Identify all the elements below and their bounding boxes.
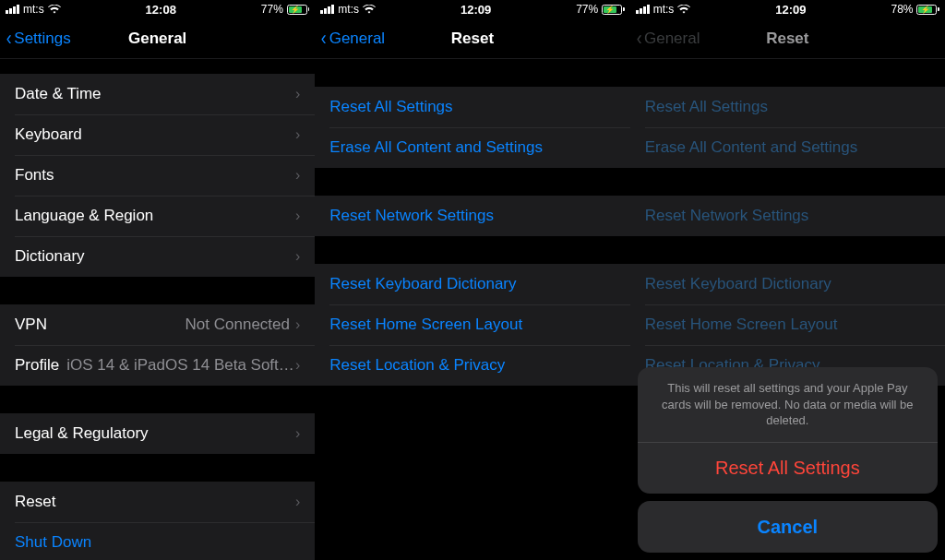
- back-button[interactable]: ‹ Settings: [0, 29, 71, 49]
- back-label: General: [644, 30, 700, 48]
- settings-group: Reset All Settings Erase All Content and…: [315, 87, 629, 168]
- chevron-left-icon: ‹: [636, 29, 641, 49]
- status-bar: mt:s 12:09 78% ⚡: [630, 0, 945, 18]
- row-vpn[interactable]: VPNNot Connected›: [0, 304, 315, 345]
- battery-percent-label: 77%: [261, 3, 283, 16]
- chevron-right-icon: ›: [295, 167, 300, 184]
- row-dictionary[interactable]: Dictionary›: [0, 236, 315, 277]
- settings-group: Reset› Shut Down: [0, 482, 315, 560]
- chevron-right-icon: ›: [295, 425, 300, 442]
- cellular-signal-icon: [320, 5, 334, 14]
- back-label: Settings: [14, 30, 70, 48]
- settings-group: VPNNot Connected› Profile iOS 14 & iPadO…: [0, 304, 315, 386]
- row-erase-all[interactable]: Erase All Content and Settings: [315, 127, 629, 168]
- settings-group: Date & Time› Keyboard› Fonts› Language &…: [0, 74, 315, 277]
- row-reset-location-privacy[interactable]: Reset Location & Privacy: [315, 345, 629, 386]
- vpn-status-label: Not Connected: [185, 316, 290, 334]
- back-button[interactable]: ‹ General: [315, 29, 385, 49]
- nav-bar: ‹ General Reset: [630, 18, 945, 59]
- chevron-right-icon: ›: [295, 357, 300, 374]
- settings-group: Reset Keyboard Dictionary Reset Home Scr…: [315, 264, 629, 386]
- row-keyboard[interactable]: Keyboard›: [0, 114, 315, 155]
- row-reset-home-layout: Reset Home Screen Layout: [630, 304, 945, 345]
- battery-icon: ⚡: [287, 5, 310, 15]
- row-erase-all: Erase All Content and Settings: [630, 127, 945, 168]
- chevron-left-icon: ‹: [321, 29, 327, 49]
- settings-group: Reset All Settings Erase All Content and…: [630, 87, 945, 168]
- clock-label: 12:08: [146, 3, 176, 17]
- screen-general: mt:s 12:08 77% ⚡ ‹ Settings General Date…: [0, 0, 315, 560]
- carrier-label: mt:s: [653, 3, 675, 16]
- profile-value: iOS 14 & iPadOS 14 Beta Softwar...: [66, 356, 295, 375]
- chevron-right-icon: ›: [295, 126, 300, 143]
- cellular-signal-icon: [636, 5, 650, 14]
- row-reset-network[interactable]: Reset Network Settings: [315, 196, 629, 236]
- nav-title: Reset: [766, 30, 808, 48]
- carrier-label: mt:s: [338, 3, 359, 16]
- chevron-right-icon: ›: [295, 316, 300, 333]
- row-date-time[interactable]: Date & Time›: [0, 74, 315, 114]
- back-label: General: [329, 30, 385, 48]
- row-reset-all-settings: Reset All Settings: [630, 87, 945, 127]
- row-reset-home-layout[interactable]: Reset Home Screen Layout: [315, 304, 629, 345]
- battery-icon: ⚡: [916, 5, 939, 15]
- status-bar: mt:s 12:08 77% ⚡: [0, 0, 315, 18]
- row-shut-down[interactable]: Shut Down: [0, 522, 315, 560]
- action-sheet-message: This will reset all settings and your Ap…: [638, 367, 938, 442]
- nav-title: General: [128, 30, 186, 48]
- action-sheet: This will reset all settings and your Ap…: [638, 367, 938, 553]
- row-fonts[interactable]: Fonts›: [0, 155, 315, 196]
- carrier-label: mt:s: [23, 3, 44, 16]
- row-reset-keyboard-dict[interactable]: Reset Keyboard Dictionary: [315, 264, 629, 304]
- settings-group: Reset Network Settings: [630, 196, 945, 236]
- row-profile[interactable]: Profile iOS 14 & iPadOS 14 Beta Softwar.…: [0, 345, 315, 386]
- clock-label: 12:09: [461, 3, 491, 17]
- screen-reset: mt:s 12:09 77% ⚡ ‹ General Reset Reset A…: [315, 0, 629, 560]
- clock-label: 12:09: [775, 3, 806, 17]
- row-legal[interactable]: Legal & Regulatory›: [0, 413, 315, 454]
- row-reset-keyboard-dict: Reset Keyboard Dictionary: [630, 264, 945, 304]
- screen-reset-confirm: mt:s 12:09 78% ⚡ ‹ General Reset Reset A…: [630, 0, 945, 560]
- nav-title: Reset: [451, 30, 494, 48]
- wifi-icon: [363, 5, 376, 14]
- row-language-region[interactable]: Language & Region›: [0, 196, 315, 236]
- row-reset-network: Reset Network Settings: [630, 196, 945, 236]
- nav-bar: ‹ Settings General: [0, 18, 315, 59]
- back-button: ‹ General: [630, 29, 700, 49]
- profile-label: Profile: [15, 356, 59, 375]
- battery-percent-label: 78%: [891, 3, 913, 16]
- chevron-right-icon: ›: [295, 208, 300, 224]
- chevron-right-icon: ›: [295, 86, 300, 102]
- action-sheet-group: This will reset all settings and your Ap…: [638, 367, 938, 494]
- chevron-right-icon: ›: [295, 494, 300, 510]
- wifi-icon: [677, 5, 690, 14]
- settings-group: Reset Network Settings: [315, 196, 629, 236]
- row-reset[interactable]: Reset›: [0, 482, 315, 522]
- battery-icon: ⚡: [602, 5, 625, 15]
- battery-percent-label: 77%: [576, 3, 598, 16]
- row-reset-all-settings[interactable]: Reset All Settings: [315, 87, 629, 127]
- nav-bar: ‹ General Reset: [315, 18, 629, 59]
- chevron-right-icon: ›: [295, 248, 300, 265]
- settings-group: Legal & Regulatory›: [0, 413, 315, 454]
- wifi-icon: [48, 5, 61, 14]
- cellular-signal-icon: [6, 5, 19, 14]
- status-bar: mt:s 12:09 77% ⚡: [315, 0, 629, 18]
- reset-all-settings-button[interactable]: Reset All Settings: [638, 442, 938, 494]
- cancel-button[interactable]: Cancel: [638, 501, 938, 553]
- chevron-left-icon: ‹: [6, 29, 12, 49]
